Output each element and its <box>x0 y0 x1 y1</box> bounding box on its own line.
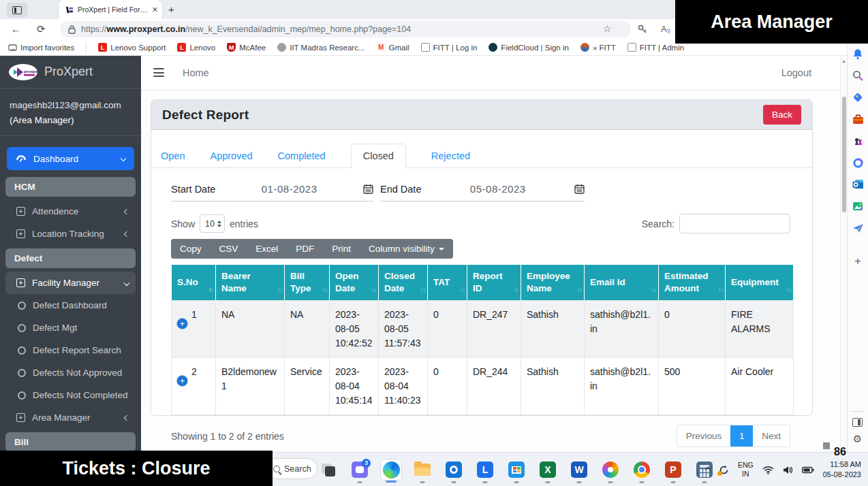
page-size-select[interactable]: 10 <box>200 214 225 233</box>
tab-completed[interactable]: Completed <box>278 144 326 167</box>
expand-row-button[interactable]: + <box>176 318 188 329</box>
clock[interactable]: 11:58 AM 05-08-2023 <box>823 459 861 480</box>
logout-link[interactable]: Logout <box>781 67 811 78</box>
excel-button[interactable]: Excel <box>247 239 287 259</box>
sidebar-item-defects-not-approved[interactable]: Defects Not Approved <box>5 361 136 384</box>
column-header-report-id[interactable]: Report ID↑↓ <box>467 265 521 301</box>
csv-button[interactable]: CSV <box>211 239 247 259</box>
scrollbar-thumb[interactable] <box>842 97 846 212</box>
edge-browser-icon[interactable] <box>380 459 402 481</box>
shopping-tag-icon[interactable] <box>852 91 864 103</box>
bookmark-fieldcloud[interactable]: FieldCloud | Sign in <box>489 43 569 52</box>
hidden-icons-chevron[interactable] <box>706 468 710 472</box>
password-key-icon[interactable] <box>638 25 647 34</box>
column-visibility-button[interactable]: Column visibility <box>360 239 453 259</box>
vertical-scrollbar[interactable]: ▲ <box>840 56 847 452</box>
pdf-button[interactable]: PDF <box>287 239 323 259</box>
search-icon[interactable] <box>852 69 864 82</box>
previous-button[interactable]: Previous <box>677 425 731 447</box>
workspaces-icon[interactable] <box>7 3 27 17</box>
bookmark-gmail[interactable]: MGmail <box>377 43 409 52</box>
bookmark-import-favorites[interactable]: Import favorites <box>8 44 74 52</box>
page-1-button[interactable]: 1 <box>730 425 753 447</box>
copy-button[interactable]: Copy <box>171 239 211 259</box>
column-header-tat[interactable]: TAT↑↓ <box>428 265 467 301</box>
sidebar-item-defect-report-search[interactable]: Defect Report Search <box>5 339 136 361</box>
sidebar-item-area-manager[interactable]: +Area Manager <box>5 406 136 429</box>
browser-tab[interactable]: ProXpert | Field Force Automation ✕ <box>59 0 162 19</box>
tab-rejected[interactable]: Rejected <box>431 144 470 167</box>
print-button[interactable]: Print <box>323 239 360 259</box>
favorite-star-icon[interactable]: ☆ <box>603 23 612 34</box>
sync-status-icon[interactable] <box>719 465 729 475</box>
sidebar-item-dashboard[interactable]: Dashboard <box>7 147 134 170</box>
lenovo-vantage-icon[interactable]: L <box>474 459 496 481</box>
outlook-icon[interactable] <box>852 178 864 191</box>
outlook-circle-icon[interactable] <box>443 459 465 481</box>
add-sidebar-item-button[interactable]: + <box>854 255 861 268</box>
bookmark-lenovo[interactable]: LLenovo <box>177 43 215 52</box>
new-tab-button[interactable]: + <box>168 3 174 15</box>
column-header-open-date[interactable]: Open Date↑↓ <box>330 265 379 301</box>
taskbar-search[interactable]: Search <box>266 458 317 479</box>
settings-gear-icon[interactable]: ⚙ <box>853 433 862 445</box>
column-header-bill-type[interactable]: Bill Type↑↓ <box>285 265 330 301</box>
next-button[interactable]: Next <box>753 425 790 447</box>
language-indicator[interactable]: ENGIN <box>738 461 754 479</box>
column-header-estimated-amount[interactable]: Estimated Amount↑↓ <box>659 265 726 301</box>
column-header-sno[interactable]: S.No↑↓ <box>172 265 216 301</box>
powerpoint-icon[interactable]: P <box>662 459 684 481</box>
sidebar-item-defects-not-completed[interactable]: Defects Not Completed <box>5 384 136 406</box>
chat-teams-icon[interactable]: 3 <box>349 459 371 481</box>
brand-header[interactable]: proxpert ProXpert <box>0 56 141 88</box>
sidebar-panel-icon[interactable] <box>852 418 863 427</box>
bookmark-lenovo-support[interactable]: LLenovo Support <box>98 43 166 52</box>
end-date-value[interactable]: 05-08-2023 <box>425 183 570 195</box>
address-bar[interactable]: https://www.proxpert.co.in/new_k_Eversen… <box>60 21 631 37</box>
column-header-bearer-name[interactable]: Bearer Name↑↓ <box>216 265 285 301</box>
file-explorer-icon[interactable] <box>412 459 433 481</box>
sidebar-item-defect-dashboard[interactable]: Defect Dashboard <box>5 294 136 317</box>
toolbox-icon[interactable] <box>852 113 864 125</box>
column-header-closed-date[interactable]: Closed Date↑↓ <box>379 265 428 301</box>
start-date-value[interactable]: 01-08-2023 <box>219 183 359 195</box>
chrome-icon[interactable] <box>631 459 653 481</box>
drop-paper-plane-icon[interactable] <box>852 222 864 234</box>
wifi-icon[interactable] <box>762 466 774 474</box>
scroll-up-arrow[interactable]: ▲ <box>841 59 846 63</box>
battery-icon[interactable] <box>802 466 814 474</box>
back-icon[interactable]: ← <box>11 23 21 35</box>
word-icon[interactable]: W <box>568 459 590 481</box>
games-chess-icon[interactable] <box>852 135 864 147</box>
sidebar-item-attendence[interactable]: +Attendence <box>5 200 136 223</box>
sidebar-item-defect-mgt[interactable]: Defect Mgt <box>5 317 136 339</box>
microsoft-store-icon[interactable] <box>506 459 527 481</box>
tab-closed[interactable]: Closed <box>351 144 406 168</box>
notifications-bell-icon[interactable] <box>852 48 864 60</box>
read-aloud-icon[interactable]: A)) <box>661 24 670 34</box>
back-button[interactable]: Back <box>763 105 801 125</box>
task-view-icon[interactable] <box>317 459 339 481</box>
tab-approved[interactable]: Approved <box>210 144 252 167</box>
sidebar-item-facility-manager[interactable]: +Facility Manager <box>5 272 136 294</box>
bookmark-fitt-admin[interactable]: FITT | Admin <box>627 43 684 52</box>
hamburger-menu[interactable] <box>153 68 164 77</box>
bookmark-fitt-login[interactable]: FITT | Log in <box>421 43 478 52</box>
calendar-icon[interactable] <box>574 184 585 194</box>
paint-icon[interactable] <box>600 459 621 481</box>
tab-open[interactable]: Open <box>161 144 185 167</box>
column-header-employee-name[interactable]: Employee Name↑↓ <box>521 265 585 301</box>
bookmark-fitt[interactable]: » FITT <box>580 43 616 52</box>
bookmark-mcafee[interactable]: MMcAfee <box>227 43 266 52</box>
expand-row-button[interactable]: + <box>176 375 188 387</box>
excel-icon[interactable]: X <box>537 459 559 481</box>
calendar-icon[interactable] <box>363 184 373 194</box>
copilot-icon[interactable] <box>852 157 864 169</box>
volume-icon[interactable] <box>783 466 793 474</box>
tab-close-icon[interactable]: ✕ <box>152 5 158 14</box>
start-date-input[interactable]: Start Date 01-08-2023 <box>171 177 373 201</box>
designer-icon[interactable] <box>852 200 864 212</box>
column-header-equipment[interactable]: Equipment↑↓ <box>726 265 794 301</box>
breadcrumb-home[interactable]: Home <box>183 67 209 78</box>
column-header-email-id[interactable]: Email Id↑↓ <box>585 265 659 301</box>
